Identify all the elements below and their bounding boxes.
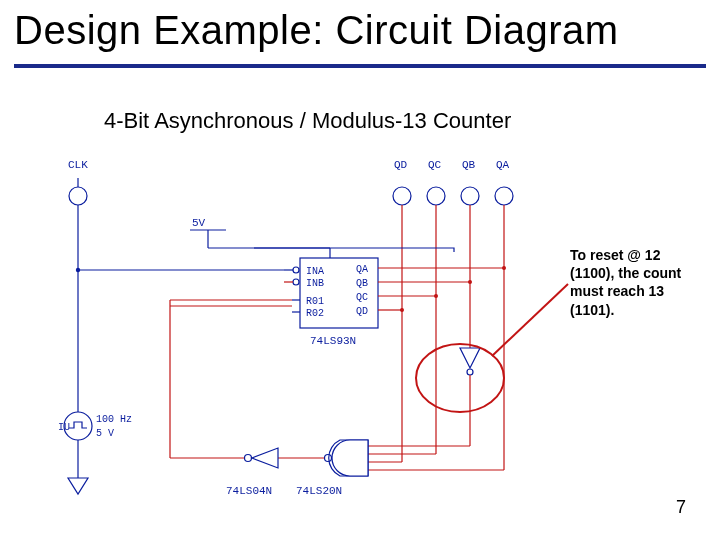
- callout-line: (1101).: [570, 302, 614, 318]
- pqb-label: QB: [356, 278, 368, 289]
- inline-inverter: [460, 348, 480, 446]
- callout-line: To reset @ 12: [570, 247, 660, 263]
- clock-source: IU 100 Hz 5 V: [58, 412, 132, 440]
- clk-label: CLK: [68, 159, 88, 171]
- u2-label: 74LS04N: [226, 485, 272, 497]
- inb-label: INB: [306, 278, 324, 289]
- u3-label: 74LS20N: [296, 485, 342, 497]
- svg-point-4: [461, 187, 479, 205]
- ic-74ls93: INA INB R01 R02 QA QB QC QD 74LS93N: [292, 258, 378, 347]
- svg-point-5: [495, 187, 513, 205]
- freq-label: 100 Hz: [96, 414, 132, 425]
- q-output-wires: [378, 205, 506, 312]
- vcc-label: 5V: [190, 217, 226, 230]
- callout-line: (1100), the count: [570, 265, 681, 281]
- svg-marker-48: [252, 448, 278, 468]
- vsrc-label: 5 V: [96, 428, 114, 439]
- pqa-label: QA: [356, 264, 368, 275]
- page-title: Design Example: Circuit Diagram: [14, 8, 619, 53]
- q-terminals: QD QC QB QA: [393, 159, 513, 205]
- svg-marker-9: [68, 478, 88, 494]
- subtitle: 4-Bit Asynchronous / Modulus-13 Counter: [104, 108, 511, 134]
- qb-label: QB: [462, 159, 476, 171]
- svg-point-39: [467, 369, 473, 375]
- clk-terminal: CLK: [68, 159, 88, 205]
- ground-icon: [68, 478, 88, 494]
- u1-label: 74LS93N: [310, 335, 356, 347]
- svg-point-3: [427, 187, 445, 205]
- svg-point-19: [293, 279, 299, 285]
- highlight-ellipse: [416, 344, 504, 412]
- pqd-label: QD: [356, 306, 368, 317]
- callout-text: To reset @ 12 (1100), the count must rea…: [570, 246, 720, 319]
- title-underline: [14, 64, 706, 68]
- ic-74ls04: 74LS04N: [226, 448, 278, 497]
- r02-label: R02: [306, 308, 324, 319]
- r01-label: R01: [306, 296, 324, 307]
- svg-text:5V: 5V: [192, 217, 206, 229]
- ina-label: INA: [306, 266, 324, 277]
- ic-74ls20: 74LS20N: [296, 440, 504, 497]
- circuit-diagram: .wb{stroke:#0a1d9e;stroke-width:1.2;fill…: [40, 150, 680, 530]
- qc-label: QC: [428, 159, 442, 171]
- page-number: 7: [676, 497, 686, 518]
- callout-line: must reach 13: [570, 283, 664, 299]
- svg-point-0: [69, 187, 87, 205]
- qa-label: QA: [496, 159, 510, 171]
- svg-marker-38: [460, 348, 480, 368]
- svg-point-2: [393, 187, 411, 205]
- srctag-label: IU: [58, 422, 70, 433]
- qd-label: QD: [394, 159, 408, 171]
- svg-point-18: [293, 267, 299, 273]
- pqc-label: QC: [356, 292, 368, 303]
